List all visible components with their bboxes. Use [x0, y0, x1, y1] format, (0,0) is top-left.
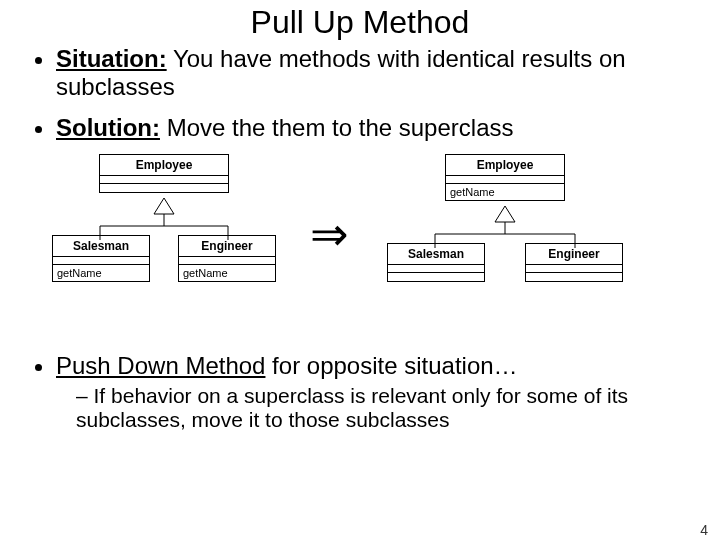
uml-attrs [53, 257, 149, 265]
uml-attrs [388, 265, 484, 273]
uml-methods: getName [53, 265, 149, 281]
uml-attrs [100, 176, 228, 184]
uml-methods [526, 273, 622, 281]
situation-bullet: Situation: You have methods with identic… [56, 45, 696, 102]
uml-before-right: Engineer getName [178, 235, 276, 282]
sub-bullet: If behavior on a superclass is relevant … [76, 384, 696, 432]
bullet-list-2: Solution: Move the them to the superclas… [24, 114, 696, 142]
pushdown-text: for opposite situation… [265, 352, 517, 379]
pushdown-bullet: Push Down Method for opposite situation…… [56, 352, 696, 433]
arrow-right-icon: ⇒ [304, 211, 355, 277]
bullet-list: Situation: You have methods with identic… [24, 45, 696, 102]
slide-title: Pull Up Method [24, 4, 696, 41]
uml-methods: getName [179, 265, 275, 281]
uml-before-left: Salesman getName [52, 235, 150, 282]
uml-methods [388, 273, 484, 281]
svg-marker-0 [154, 198, 174, 214]
pushdown-label: Push Down Method [56, 352, 265, 379]
uml-class-name: Salesman [388, 244, 484, 265]
uml-class-name: Engineer [526, 244, 622, 265]
uml-class-name: Employee [446, 155, 564, 176]
uml-before-parent: Employee [99, 154, 229, 193]
page-number: 4 [700, 522, 708, 538]
uml-methods [100, 184, 228, 192]
uml-after-parent: Employee getName [445, 154, 565, 201]
uml-attrs [526, 265, 622, 273]
solution-bullet: Solution: Move the them to the superclas… [56, 114, 696, 142]
uml-class-name: Salesman [53, 236, 149, 257]
solution-label: Solution: [56, 114, 160, 141]
uml-attrs [446, 176, 564, 184]
uml-after: Employee getName Salesman Engineer [365, 154, 645, 334]
uml-before: Employee Salesman getName Engineer getNa… [34, 154, 294, 334]
sub-bullet-list: If behavior on a superclass is relevant … [56, 384, 696, 432]
uml-class-name: Employee [100, 155, 228, 176]
uml-class-name: Engineer [179, 236, 275, 257]
uml-diagram-row: Employee Salesman getName Engineer getNa… [34, 154, 696, 334]
uml-after-left: Salesman [387, 243, 485, 282]
solution-text: Move the them to the superclass [160, 114, 514, 141]
svg-marker-5 [495, 206, 515, 222]
bullet-list-3: Push Down Method for opposite situation…… [24, 352, 696, 433]
uml-after-right: Engineer [525, 243, 623, 282]
uml-attrs [179, 257, 275, 265]
situation-label: Situation: [56, 45, 167, 72]
uml-methods: getName [446, 184, 564, 200]
